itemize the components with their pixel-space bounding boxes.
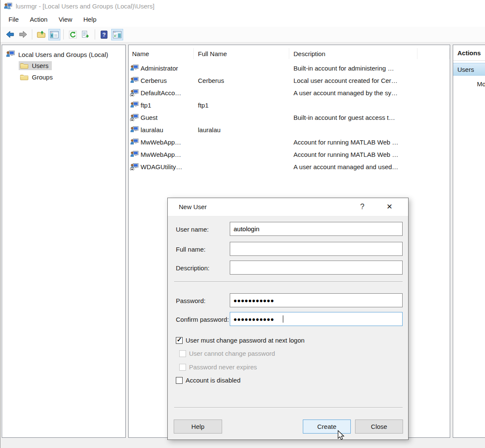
user-description: A user account managed and used… (289, 163, 417, 170)
user-row[interactable]: Administrator Built-in account for admin… (129, 62, 450, 74)
description-field[interactable] (230, 261, 403, 275)
user-icon (130, 102, 138, 109)
username-label: User name: (176, 226, 209, 233)
user-name: DefaultAcco… (141, 89, 181, 96)
lusrmgr-window: { "window": { "title": "lusrmgr - [Local… (0, 0, 485, 448)
user-description: Built-in account for guest access t… (289, 114, 417, 121)
dialog-help-icon[interactable]: ? (357, 202, 367, 211)
new-user-dialog: New User ? ✕ User name: Full name: Descr… (167, 198, 409, 440)
user-icon (130, 139, 138, 146)
user-full-name: lauralau (194, 126, 289, 133)
user-name: MwWebApp… (141, 139, 181, 146)
confirm-password-label: Confirm password: (176, 316, 229, 323)
username-field[interactable] (230, 222, 403, 236)
column-header-full-name[interactable]: Full Name (194, 48, 289, 59)
user-row[interactable]: WDAGUtility… A user account managed and … (129, 161, 450, 173)
tree-root-node[interactable]: Local Users and Groups (Local) (2, 49, 125, 60)
checkbox-label: Account is disabled (186, 377, 240, 384)
checkbox-label: User cannot change password (189, 350, 275, 357)
fullname-field[interactable] (230, 242, 403, 256)
menu-bar: File Action View Help (0, 12, 485, 27)
user-name: lauralau (141, 126, 163, 133)
dialog-title: New User (179, 203, 207, 210)
user-description: Account for running MATLAB Web … (289, 139, 417, 146)
tree-root-label: Local Users and Groups (Local) (18, 51, 108, 58)
column-header-name[interactable]: Name (129, 48, 194, 59)
user-row[interactable]: MwWebApp… Account for running MATLAB Web… (129, 148, 450, 161)
tree-item-users[interactable]: Users (2, 60, 125, 71)
checkbox-password-never-expires: ✓ Password never expires (179, 363, 257, 371)
user-name: Cerberus (141, 77, 167, 84)
user-full-name: Cerberus (194, 77, 289, 84)
tree-item-groups[interactable]: Groups (2, 71, 125, 83)
menu-file[interactable]: File (3, 14, 24, 25)
user-icon (130, 65, 138, 72)
user-row[interactable]: Cerberus Cerberus Local user account cre… (129, 74, 450, 87)
user-name: MwWebApp… (141, 151, 181, 158)
list-header: Name Full Name Description (129, 45, 450, 62)
description-label: Description: (176, 264, 209, 272)
toolbar: ? (0, 27, 485, 43)
user-description: Account for running MATLAB Web … (289, 151, 417, 158)
user-name: Administrator (141, 65, 178, 72)
disabled-account-badge (130, 167, 134, 170)
back-button[interactable] (4, 29, 16, 40)
separator (174, 281, 403, 282)
app-icon (4, 3, 12, 9)
user-row[interactable]: ftp1 ftp1 (129, 99, 450, 111)
checkbox-box: ✓ (176, 377, 183, 384)
checkbox-box: ✓ (176, 337, 183, 344)
menu-action[interactable]: Action (24, 14, 53, 25)
help-icon: ? (101, 31, 107, 39)
user-name: Guest (141, 114, 158, 121)
user-icon (130, 126, 138, 133)
more-actions-item[interactable]: More Actions (453, 80, 485, 88)
confirm-password-field[interactable] (230, 312, 403, 326)
export-list-button[interactable] (80, 29, 92, 40)
user-row[interactable]: Guest Built-in account for guest access … (129, 111, 450, 124)
text-caret (283, 315, 283, 323)
dialog-close-icon[interactable]: ✕ (383, 202, 395, 211)
menu-help[interactable]: Help (78, 14, 102, 25)
password-field[interactable] (230, 293, 403, 307)
close-button[interactable]: Close (355, 420, 403, 434)
column-header-description[interactable]: Description (289, 48, 417, 59)
refresh-button[interactable] (67, 29, 79, 40)
checkbox-must-change-password[interactable]: ✓ User must change password at next logo… (176, 337, 305, 344)
console-tree-pane: Local Users and Groups (Local) Users Gro… (2, 45, 126, 438)
forward-button[interactable] (17, 29, 29, 40)
help-button[interactable]: ? (98, 29, 110, 40)
user-description: Built-in account for administering … (289, 65, 417, 72)
console-tree-icon (50, 31, 59, 38)
checkbox-account-disabled[interactable]: ✓ Account is disabled (176, 377, 240, 384)
checkbox-label: User must change password at next logon (186, 337, 305, 344)
column-header-blank (417, 48, 450, 59)
checkmark-icon: ✓ (177, 336, 182, 343)
menu-view[interactable]: View (53, 14, 78, 25)
user-description: Local user account created for Cer… (289, 77, 417, 84)
up-one-level-button[interactable] (35, 29, 47, 40)
help-button[interactable]: Help (174, 420, 222, 434)
action-pane-icon (113, 31, 121, 38)
toolbar-separator (32, 29, 32, 40)
svg-text:?: ? (102, 31, 106, 38)
disabled-account-badge (130, 93, 134, 96)
title-bar: lusrmgr - [Local Users and Groups (Local… (0, 0, 485, 12)
user-row[interactable]: DefaultAcco… A user account managed by t… (129, 87, 450, 99)
mouse-cursor (338, 430, 347, 441)
checkbox-box: ✓ (179, 364, 186, 371)
user-name: WDAGUtility… (141, 163, 182, 170)
tree-item-label: Users (32, 62, 48, 69)
show-hide-action-pane-button[interactable] (111, 29, 123, 40)
status-bar (0, 440, 485, 448)
toolbar-separator (63, 29, 64, 40)
user-icon (130, 77, 138, 84)
checkbox-box: ✓ (179, 350, 186, 357)
actions-section-users[interactable]: Users (453, 63, 485, 76)
user-row[interactable]: MwWebApp… Account for running MATLAB Web… (129, 136, 450, 148)
user-name: ftp1 (141, 102, 151, 109)
refresh-icon (69, 31, 77, 39)
show-hide-console-tree-button[interactable] (48, 29, 60, 40)
user-row[interactable]: lauralau lauralau (129, 124, 450, 136)
folder-icon (20, 62, 28, 69)
